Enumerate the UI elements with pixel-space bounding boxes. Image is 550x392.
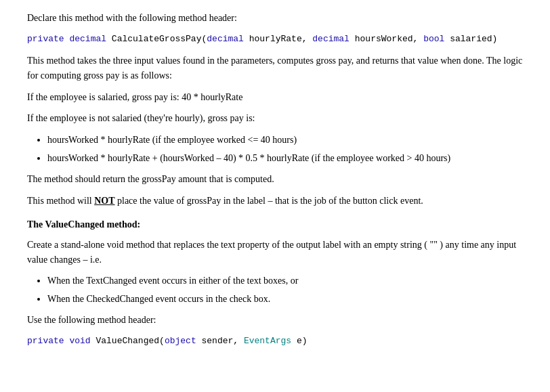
keyword2-private: private [27, 336, 64, 346]
para5: This method will NOT place the value of … [27, 194, 523, 209]
param-hoursworked: hoursWorked, [350, 34, 423, 44]
bullet-list-1: hoursWorked * hourlyRate (if the employe… [47, 133, 523, 165]
bullet-item-2: hoursWorked * hourlyRate + (hoursWorked … [47, 151, 523, 165]
keyword-decimal3: decimal [312, 34, 350, 44]
bullet-item-3: When the TextChanged event occurs in eit… [47, 274, 523, 288]
para5-before: This method will [27, 196, 94, 206]
keyword-decimal1: decimal [69, 34, 106, 44]
bullet-item-4: When the CheckedChanged event occurs in … [47, 292, 523, 306]
para5-after: place the value of grossPay in the label… [115, 196, 423, 206]
bullet1-text: hoursWorked * hourlyRate (if the employe… [47, 135, 297, 145]
param-salaried: salaried) [444, 34, 497, 44]
keyword2-void: void [69, 336, 90, 346]
bullet3-text: When the TextChanged event occurs in eit… [47, 276, 298, 286]
keyword-private: private [27, 34, 64, 44]
param2-sender: sender, [196, 336, 244, 346]
not-text: NOT [94, 196, 114, 206]
bullet2-text: hoursWorked * hourlyRate + (hoursWorked … [47, 153, 450, 163]
method-signature2: private void ValueChanged(object sender,… [27, 334, 523, 348]
bullet-list-2: When the TextChanged event occurs in eit… [47, 274, 523, 306]
param2-e: e) [291, 336, 307, 346]
para3: If the employee is not salaried (they're… [27, 111, 523, 126]
bullet-item-1: hoursWorked * hourlyRate (if the employe… [47, 133, 523, 147]
keyword2-object: object [165, 336, 196, 346]
keyword-decimal2: decimal [207, 34, 244, 44]
para6: Create a stand-alone void method that re… [27, 238, 523, 267]
para2: If the employee is salaried, gross pay i… [27, 90, 523, 105]
para1: This method takes the three input values… [27, 53, 523, 83]
para4: The method should return the grossPay am… [27, 172, 523, 187]
method2-name: ValueChanged( [96, 336, 164, 346]
method-signature: private decimal CalculateGrossPay(decima… [27, 32, 523, 46]
keyword-bool: bool [423, 34, 444, 44]
param-hourlyrate: hourlyRate, [244, 34, 312, 44]
para7: Use the following method header: [27, 313, 523, 328]
keyword2-eventargs: EventArgs [244, 336, 291, 346]
method-name: CalculateGrossPay( [112, 34, 207, 44]
page-content: Declare this method with the following m… [27, 11, 523, 348]
bullet4-text: When the CheckedChanged event occurs in … [47, 294, 270, 304]
section-heading: The ValueChanged method: [27, 217, 523, 232]
declare-header: Declare this method with the following m… [27, 11, 523, 26]
section-heading-text: The ValueChanged method: [27, 219, 140, 230]
